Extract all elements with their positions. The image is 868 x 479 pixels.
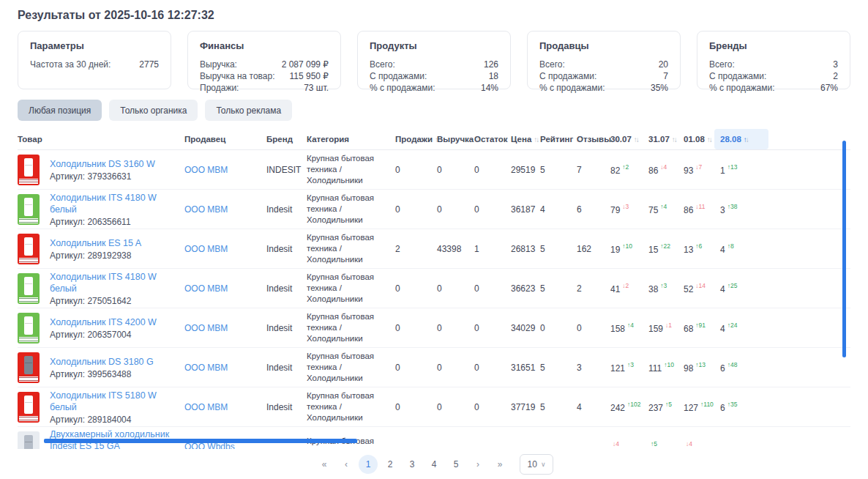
product-sku: Артикул: 379336631 xyxy=(50,171,155,182)
stat-row: Всего:20 xyxy=(539,59,668,70)
seller-link[interactable]: ООО МВМ xyxy=(184,323,228,333)
table-row: Холодильник DS 3160 WАртикул: 379336631 … xyxy=(18,150,850,190)
vertical-scrollbar[interactable] xyxy=(842,141,846,357)
stat-label: С продажами: xyxy=(709,70,766,82)
sort-icon: ↑↓ xyxy=(707,135,711,144)
stat-row: Выручка:2 087 099 ₽ xyxy=(200,59,329,70)
stat-row: Выручка на товар:115 950 ₽ xyxy=(200,70,329,82)
filter-organic-only[interactable]: Только органика xyxy=(109,100,198,121)
pos-01-08-cell: 93↓7 xyxy=(684,164,720,176)
page-button-5[interactable]: 5 xyxy=(446,455,465,474)
fridge-icon xyxy=(24,356,33,374)
col-stock[interactable]: Остаток↑↓ xyxy=(474,135,511,144)
table-row: Двухкамерный холодильник Indesit ES 15 G… xyxy=(18,427,850,449)
product-thumbnail[interactable] xyxy=(18,234,40,264)
revenue-cell: 0 xyxy=(437,363,474,373)
product-thumbnail[interactable] xyxy=(18,352,40,383)
card-brands: Бренды Всего:3 С продажами:2 % с продажа… xyxy=(697,31,850,89)
product-title-link[interactable]: Холодильник ITS 4180 W белый xyxy=(50,193,157,215)
col-reviews[interactable]: Отзывы↑↓ xyxy=(577,135,610,144)
trend-delta: ↑91 xyxy=(695,322,706,329)
reviews-cell: 6 xyxy=(577,204,610,215)
page-size-select[interactable]: 10 ∨ xyxy=(520,454,553,475)
horizontal-scrollbar[interactable] xyxy=(44,439,357,443)
page-button-4[interactable]: 4 xyxy=(424,455,444,474)
product-title-link[interactable]: Холодильник ITS 5180 W белый xyxy=(50,390,157,412)
stat-row: Продажи:73 шт. xyxy=(200,82,329,94)
col-sales[interactable]: Продажи↑↓ xyxy=(395,135,437,144)
seller-link[interactable]: ООО МВМ xyxy=(184,402,228,412)
stock-cell: 1 xyxy=(474,244,511,254)
page-last-button[interactable]: » xyxy=(490,455,509,474)
stat-row: % с продажами:14% xyxy=(370,82,498,94)
card-finances: Финансы Выручка:2 087 099 ₽ Выручка на т… xyxy=(187,31,341,89)
page-button-1[interactable]: 1 xyxy=(359,455,378,474)
stat-label: Всего: xyxy=(709,59,735,70)
price-cell: 36187 xyxy=(511,204,540,215)
col-date-28-08[interactable]: 28.08↑↓ xyxy=(714,129,768,149)
page-button-3[interactable]: 3 xyxy=(403,455,422,474)
sales-cell: 2 xyxy=(395,244,437,254)
page-first-button[interactable]: « xyxy=(315,455,334,474)
card-title: Продукты xyxy=(370,40,498,51)
fridge-icon xyxy=(24,435,33,449)
stat-value: 3 xyxy=(833,59,838,70)
filter-any-position[interactable]: Любая позиция xyxy=(18,100,102,121)
page-next-button[interactable]: › xyxy=(468,455,487,474)
trend-delta: ↓14 xyxy=(695,282,706,289)
stat-value: 2775 xyxy=(139,59,159,70)
page-button-2[interactable]: 2 xyxy=(381,455,400,474)
price-cell: 37719 xyxy=(511,402,540,412)
revenue-cell: 43398 xyxy=(437,244,474,254)
trend-delta: ↑3 xyxy=(660,282,667,289)
product-title-link[interactable]: Холодильник DS 3180 G xyxy=(50,357,154,367)
product-thumbnail[interactable] xyxy=(18,313,40,344)
stat-row: С продажами:7 xyxy=(539,70,668,82)
stat-value: 20 xyxy=(659,59,668,70)
rating-cell: 0 xyxy=(540,323,577,333)
stat-row: % с продажами:67% xyxy=(709,82,838,94)
brand-cell: INDESIT xyxy=(266,165,307,175)
rating-cell: 5 xyxy=(540,165,577,175)
reviews-cell: 0 xyxy=(577,323,610,333)
col-price[interactable]: Цена↑↓ xyxy=(511,135,540,144)
pos-30-07-cell: 79↓3 xyxy=(610,204,648,215)
page-prev-button[interactable]: ‹ xyxy=(337,455,356,474)
product-title-link[interactable]: Холодильник ITS 4200 W xyxy=(50,317,157,327)
product-title-link[interactable]: Холодильник DS 3160 W xyxy=(50,159,155,169)
category-cell: Крупная бытовая техника / Холодильники xyxy=(307,351,395,384)
trend-delta: ↓3 xyxy=(622,203,629,210)
col-date-30-07[interactable]: 30.07↑↓ xyxy=(610,135,648,144)
stat-value: 2 087 099 ₽ xyxy=(282,59,329,70)
price-cell: 31651 xyxy=(511,363,540,373)
col-revenue[interactable]: Выручка↑↓ xyxy=(437,135,474,144)
product-sku: Артикул: 206357004 xyxy=(50,330,157,340)
seller-link[interactable]: ООО МВМ xyxy=(184,165,228,175)
seller-link[interactable]: ООО МВМ xyxy=(184,244,228,254)
product-thumbnail[interactable] xyxy=(18,273,40,304)
product-thumbnail[interactable] xyxy=(18,431,40,449)
col-rating[interactable]: Рейтинг↑↓ xyxy=(540,135,577,144)
trend-delta: ↑38 xyxy=(727,203,738,210)
pos-28-08-cell: 1↑13 xyxy=(720,164,768,176)
trend-delta: ↓7 xyxy=(695,163,702,171)
product-thumbnail[interactable] xyxy=(18,155,40,185)
stat-label: С продажами: xyxy=(539,70,596,82)
filter-ads-only[interactable]: Только реклама xyxy=(205,100,292,121)
col-date-31-07[interactable]: 31.07↑↓ xyxy=(648,135,684,144)
product-title-link[interactable]: Холодильник ITS 4180 W белый xyxy=(50,272,157,294)
seller-link[interactable]: ООО МВМ xyxy=(184,204,228,215)
product-thumbnail[interactable] xyxy=(18,392,40,423)
product-title-link[interactable]: Холодильник ES 15 A xyxy=(50,238,141,248)
pos-30-07-cell: 242↑102 xyxy=(610,401,648,413)
seller-link[interactable]: ООО МВМ xyxy=(184,363,228,373)
seller-link[interactable]: ООО МВМ xyxy=(184,283,228,294)
reviews-cell: 7 xyxy=(577,165,610,175)
stat-value: 7 xyxy=(663,70,668,82)
pos-31-07-cell: 111↑10 xyxy=(648,362,684,374)
reviews-cell: 4 xyxy=(577,402,610,412)
revenue-cell: 0 xyxy=(437,165,474,175)
table-row: Холодильник ITS 4180 W белыйАртикул: 206… xyxy=(18,190,850,229)
pos-01-08-cell: 13↑6 xyxy=(684,243,720,255)
product-thumbnail[interactable] xyxy=(18,194,40,225)
